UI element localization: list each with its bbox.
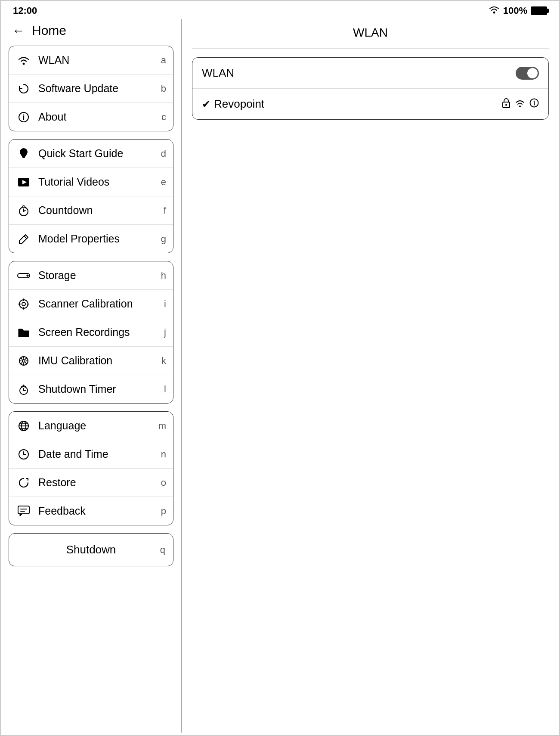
menu-item-imu-calibration[interactable]: IMU Calibration k [9,347,173,375]
menu-item-scanner-calibration[interactable]: Scanner Calibration i [9,290,173,318]
bulb-icon [16,148,31,160]
about-label: About [38,111,161,123]
svg-point-16 [22,302,25,306]
home-title: Home [32,23,66,38]
scanner-calibration-shortcut: i [164,298,166,310]
shutdown-timer-shortcut: l [164,384,166,395]
battery-percent: 100% [503,5,527,16]
imu-calibration-shortcut: k [161,355,166,366]
revopoint-row[interactable]: ✔ Revopoint [192,89,548,119]
info-icon [16,112,31,123]
edit-icon [16,233,31,245]
wlan-toggle-row: WLAN [192,58,548,89]
date-time-shortcut: n [161,449,166,460]
svg-point-4 [23,114,25,115]
menu-item-language[interactable]: Language m [9,412,173,440]
svg-line-29 [25,358,27,359]
svg-line-28 [25,363,27,364]
storage-label: Storage [38,269,161,282]
restore-label: Restore [38,476,161,489]
svg-point-47 [505,104,507,106]
menu-item-countdown[interactable]: Countdown f [9,196,173,225]
right-header-title: WLAN [192,19,549,49]
model-properties-shortcut: g [161,233,166,245]
shutdown-shortcut: q [160,544,165,556]
svg-line-12 [24,236,27,239]
screen-recordings-label: Screen Recordings [38,326,164,338]
countdown-label: Countdown [38,204,164,217]
revopoint-icons [502,98,539,111]
wlan-toggle-label: WLAN [202,66,516,80]
menu-group-1: WLAN a Software Update b [9,46,173,131]
wlan-shortcut: a [161,55,166,66]
checkmark-icon: ✔ [202,98,210,110]
menu-item-tutorial-videos[interactable]: Tutorial Videos e [9,168,173,196]
svg-point-26 [22,360,25,362]
wifi-icon [16,56,31,65]
svg-point-48 [519,106,521,107]
screen-recordings-shortcut: j [164,327,166,338]
tutorial-videos-shortcut: e [161,177,166,188]
menu-group-2: Quick Start Guide d Tutorial Videos e [9,139,173,253]
shutdown-group: Shutdown q [9,533,173,566]
quick-start-shortcut: d [161,148,166,159]
menu-group-3: Storage h Scanner Calibration i [9,261,173,404]
countdown-shortcut: f [164,205,166,216]
language-label: Language [38,419,158,432]
svg-line-27 [21,358,22,359]
left-panel: ← Home WLAN a [1,19,182,733]
feedback-label: Feedback [38,505,161,517]
storage-shortcut: h [161,270,166,281]
menu-item-software-update[interactable]: Software Update b [9,75,173,103]
feedback-shortcut: p [161,506,166,517]
menu-item-restore[interactable]: Restore o [9,469,173,497]
menu-item-storage[interactable]: Storage h [9,261,173,290]
globe-icon [16,420,31,432]
svg-point-1 [23,62,25,65]
play-icon [16,177,31,187]
software-update-label: Software Update [38,82,161,95]
menu-item-shutdown-timer[interactable]: Shutdown Timer l [9,375,173,403]
status-bar: 12:00 100% [1,1,559,19]
menu-item-date-time[interactable]: Date and Time n [9,440,173,469]
shutdown-label: Shutdown [66,543,116,556]
feedback-icon [16,506,31,517]
time-display: 12:00 [13,5,37,16]
settings-circle-icon [16,355,31,366]
about-shortcut: c [161,112,166,123]
status-icons: 100% [489,5,547,16]
wlan-toggle[interactable] [516,67,539,80]
menu-item-shutdown[interactable]: Shutdown q [9,534,173,566]
svg-point-0 [493,12,495,14]
menu-item-screen-recordings[interactable]: Screen Recordings j [9,318,173,347]
menu-item-model-properties[interactable]: Model Properties g [9,225,173,253]
menu-item-about[interactable]: About c [9,103,173,131]
refresh-icon [16,83,31,95]
svg-rect-43 [18,506,29,514]
menu-item-wlan[interactable]: WLAN a [9,46,173,75]
restore-icon [16,477,31,488]
svg-point-14 [27,274,29,276]
shutdown-timer-label: Shutdown Timer [38,383,164,395]
network-wifi-icon [515,99,525,110]
folder-icon [16,327,31,338]
wlan-card: WLAN ✔ Revopoint [192,57,549,120]
menu-item-feedback[interactable]: Feedback p [9,497,173,525]
wlan-label: WLAN [38,54,161,66]
network-info-icon[interactable] [529,98,539,110]
software-update-shortcut: b [161,83,166,94]
scanner-calibration-label: Scanner Calibration [38,298,164,310]
right-panel: WLAN WLAN ✔ Revopoint [182,19,559,733]
shutdown-timer-icon [16,383,31,395]
restore-shortcut: o [161,477,166,488]
battery-icon [531,6,547,15]
menu-group-4: Language m Date and Time n [9,411,173,525]
model-properties-label: Model Properties [38,233,161,245]
back-button[interactable]: ← [12,23,25,38]
left-header: ← Home [9,19,173,46]
svg-line-30 [21,363,22,364]
menu-item-quick-start[interactable]: Quick Start Guide d [9,140,173,168]
lock-icon [502,98,510,111]
target-icon [16,298,31,310]
revopoint-label: Revopoint [214,97,502,111]
